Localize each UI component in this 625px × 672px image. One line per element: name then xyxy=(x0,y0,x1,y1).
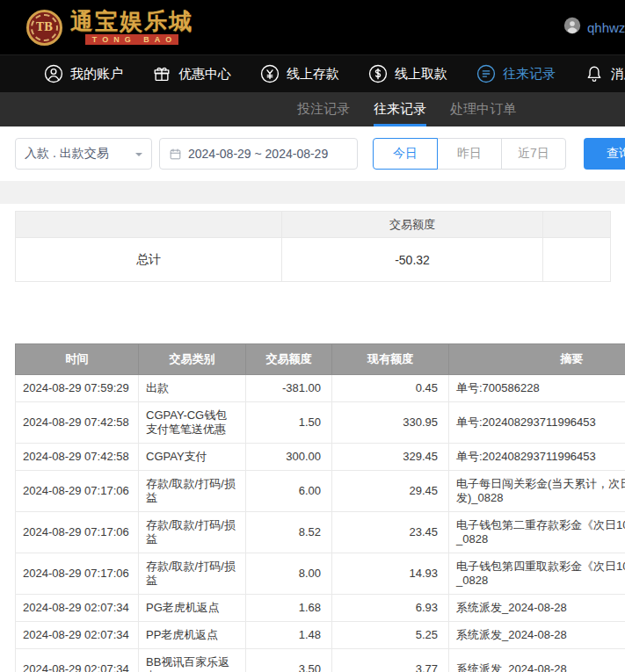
cell-time: 2024-08-29 02:07:34 xyxy=(16,649,139,672)
logo-en-text: TONG BAO xyxy=(85,34,178,45)
cell-amount: 1.50 xyxy=(246,402,332,444)
tab-processing-orders[interactable]: 处理中订单 xyxy=(450,92,516,126)
summary-header-empty xyxy=(543,212,611,238)
user-icon xyxy=(44,64,63,83)
nav-label: 线上存款 xyxy=(287,66,339,83)
table-row: 2024-08-29 07:17:06 存款/取款/打码/损益 8.52 23.… xyxy=(16,512,625,553)
cell-summary: 电子钱包第二重存款彩金《次日10%存款》_0828 xyxy=(449,512,625,553)
cell-summary: 系统派发_2024-08-28 xyxy=(449,649,625,672)
col-header-time: 时间 xyxy=(16,344,139,375)
cell-type: PP老虎机返点 xyxy=(139,622,246,649)
main-nav: 我的账户 优惠中心 线上存款 线上取款 往来记录 消息中心 xyxy=(0,54,625,92)
nav-label: 消息中心 xyxy=(611,66,625,83)
nav-label: 往来记录 xyxy=(503,66,556,83)
cell-time: 2024-08-29 07:42:58 xyxy=(16,444,139,471)
transaction-type-select[interactable]: 入款 . 出款交易 xyxy=(15,138,152,170)
cell-type: PG老虎机返点 xyxy=(139,595,246,622)
tab-label: 往来记录 xyxy=(374,101,426,118)
chevron-down-icon xyxy=(135,153,142,160)
nav-label: 优惠中心 xyxy=(178,66,231,83)
cell-type: BB视讯百家乐返点 xyxy=(139,649,246,672)
table-row: 2024-08-29 07:17:06 存款/取款/打码/损益 8.00 14.… xyxy=(16,553,625,595)
tab-bet-records[interactable]: 投注记录 xyxy=(297,92,350,126)
transactions-section: 时间 交易类别 交易额度 现有额度 摘要 2024-08-29 07:59:29… xyxy=(0,343,625,672)
cell-summary: 单号:202408293711996453 xyxy=(449,444,625,471)
cell-amount: -381.00 xyxy=(246,375,332,402)
records-icon xyxy=(476,64,496,83)
nav-label: 我的账户 xyxy=(70,66,123,83)
section-divider xyxy=(0,181,625,204)
logo-text: 通宝娱乐城 TONG BAO xyxy=(70,10,193,45)
summary-empty-cell xyxy=(543,238,611,282)
table-row: 2024-08-29 02:07:34 PG老虎机返点 1.68 6.93 系统… xyxy=(16,595,625,622)
nav-item-messages[interactable]: 消息中心 xyxy=(585,64,625,83)
date-range-value: 2024-08-29 ~ 2024-08-29 xyxy=(188,147,328,161)
table-row: 2024-08-29 07:17:06 存款/取款/打码/损益 6.00 29.… xyxy=(16,471,625,512)
cell-amount: 8.00 xyxy=(246,553,332,595)
logo-cn-text: 通宝娱乐城 xyxy=(70,10,193,33)
nav-item-my-account[interactable]: 我的账户 xyxy=(44,64,123,83)
top-header: TB 通宝娱乐城 TONG BAO qhhwz xyxy=(0,0,625,54)
cell-time: 2024-08-29 07:17:06 xyxy=(16,553,139,595)
cell-summary: 系统派发_2024-08-28 xyxy=(449,622,625,649)
col-header-type: 交易类别 xyxy=(139,344,246,375)
cell-balance: 3.77 xyxy=(332,649,449,672)
col-header-summary: 摘要 xyxy=(449,344,625,375)
table-row: 2024-08-29 07:59:29 出款 -381.00 0.45 单号:7… xyxy=(16,375,625,402)
cell-summary: 系统派发_2024-08-28 xyxy=(449,595,625,622)
sub-nav: 投注记录 往来记录 处理中订单 xyxy=(0,92,625,126)
cell-type: 存款/取款/打码/损益 xyxy=(139,471,246,512)
nav-item-online-withdrawal[interactable]: 线上取款 xyxy=(368,64,447,83)
filter-bar: 入款 . 出款交易 2024-08-29 ~ 2024-08-29 今日 昨日 … xyxy=(0,126,625,181)
tab-label: 投注记录 xyxy=(297,101,350,118)
table-row: 2024-08-29 02:07:34 BB视讯百家乐返点 3.50 3.77 … xyxy=(16,649,625,672)
cell-amount: 1.68 xyxy=(246,595,332,622)
cell-type: 存款/取款/打码/损益 xyxy=(139,512,246,553)
cell-amount: 8.52 xyxy=(246,512,332,553)
cell-balance: 6.93 xyxy=(332,595,449,622)
logo-chip-icon: TB xyxy=(26,10,62,46)
nav-item-transaction-records[interactable]: 往来记录 xyxy=(476,64,556,83)
cell-time: 2024-08-29 07:17:06 xyxy=(16,471,139,512)
table-header-row: 时间 交易类别 交易额度 现有额度 摘要 xyxy=(16,344,625,375)
summary-section: 交易额度 总计 -50.32 xyxy=(0,204,625,294)
summary-header-label: 交易额度 xyxy=(282,212,543,238)
cell-summary: 单号:202408293711996453 xyxy=(449,402,625,444)
today-button[interactable]: 今日 xyxy=(373,138,438,170)
gift-icon xyxy=(152,64,171,83)
transactions-table: 时间 交易类别 交易额度 现有额度 摘要 2024-08-29 07:59:29… xyxy=(15,343,625,672)
col-header-amount: 交易额度 xyxy=(246,344,332,375)
yesterday-button[interactable]: 昨日 xyxy=(437,138,502,170)
cell-type: CGPAY-CG钱包支付笔笔送优惠 xyxy=(139,402,246,444)
cell-balance: 29.45 xyxy=(332,471,449,512)
cell-time: 2024-08-29 07:42:58 xyxy=(16,402,139,444)
col-header-balance: 现有额度 xyxy=(332,344,449,375)
cell-amount: 3.50 xyxy=(246,649,332,672)
summary-total-row: 总计 -50.32 xyxy=(16,238,611,282)
deposit-coin-icon xyxy=(260,64,280,83)
nav-item-promotions[interactable]: 优惠中心 xyxy=(152,64,231,83)
nav-item-online-deposit[interactable]: 线上存款 xyxy=(260,64,339,83)
tab-transaction-records[interactable]: 往来记录 xyxy=(374,92,426,126)
cell-balance: 330.95 xyxy=(332,402,449,444)
table-row: 2024-08-29 07:42:58 CGPAY-CG钱包支付笔笔送优惠 1.… xyxy=(16,402,625,444)
site-logo[interactable]: TB 通宝娱乐城 TONG BAO xyxy=(26,10,193,46)
quick-range-group: 今日 昨日 近7日 xyxy=(373,138,566,170)
logo-chip-text: TB xyxy=(36,21,53,33)
cell-summary: 电子每日闯关彩金(当天累计，次日派发)_0828 xyxy=(449,471,625,512)
search-button[interactable]: 查询 xyxy=(584,138,625,170)
cell-balance: 5.25 xyxy=(332,622,449,649)
user-account[interactable]: qhhwz xyxy=(563,0,625,54)
last-7-days-button[interactable]: 近7日 xyxy=(501,138,566,170)
cell-summary: 单号:700586228 xyxy=(449,375,625,402)
cell-time: 2024-08-29 02:07:34 xyxy=(16,622,139,649)
cell-time: 2024-08-29 02:07:34 xyxy=(16,595,139,622)
date-range-input[interactable]: 2024-08-29 ~ 2024-08-29 xyxy=(159,138,358,170)
calendar-icon xyxy=(169,148,182,161)
username: qhhwz xyxy=(587,20,625,35)
summary-header-empty xyxy=(16,212,282,238)
cell-balance: 23.45 xyxy=(332,512,449,553)
bell-icon xyxy=(585,64,604,83)
summary-total-value: -50.32 xyxy=(282,238,543,282)
cell-amount: 1.48 xyxy=(246,622,332,649)
